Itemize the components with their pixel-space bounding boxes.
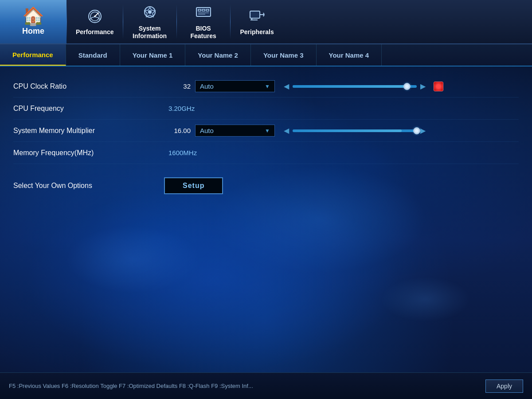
gauge-icon bbox=[86, 8, 104, 26]
nav-bios-label-1: BIOS bbox=[196, 25, 211, 32]
peripherals-icon bbox=[248, 8, 266, 26]
home-icon: 🏠 bbox=[22, 7, 44, 25]
slider-left-cpu[interactable]: ◀ bbox=[284, 82, 289, 90]
nav-item-performance[interactable]: Performance bbox=[67, 0, 123, 43]
svg-rect-6 bbox=[196, 8, 211, 16]
slider-left-mem[interactable]: ◀ bbox=[284, 126, 289, 135]
setup-label: Select Your Own Options bbox=[13, 182, 164, 190]
cpu-slider-fill bbox=[293, 85, 407, 88]
memory-slider[interactable] bbox=[293, 129, 417, 132]
settings-area: CPU Clock Ratio 32 Auto ▼ ◀ ▶ CPU Freque… bbox=[0, 66, 532, 203]
mem-slider-fill bbox=[293, 129, 402, 132]
cpu-clock-ratio-dropdown[interactable]: Auto ▼ bbox=[195, 80, 275, 92]
tab-standard[interactable]: Standard bbox=[66, 44, 120, 66]
cpu-clock-ratio-label: CPU Clock Ratio bbox=[13, 82, 164, 90]
nav-item-peripherals[interactable]: Peripherals bbox=[231, 0, 284, 43]
cpu-red-indicator bbox=[434, 82, 443, 91]
tab-your-name-3[interactable]: Your Name 3 bbox=[251, 44, 317, 66]
svg-point-5 bbox=[148, 10, 152, 14]
setting-row-memory-frequency: Memory Frequency(MHz) 1600MHz bbox=[13, 142, 519, 164]
tab-your-name-4[interactable]: Your Name 4 bbox=[317, 44, 382, 66]
svg-rect-12 bbox=[250, 11, 260, 18]
memory-slider-container: ◀ ▶ bbox=[284, 126, 426, 135]
cpu-clock-slider[interactable] bbox=[293, 85, 417, 88]
slider-right-cpu[interactable]: ▶ bbox=[420, 82, 426, 90]
nav-item-home[interactable]: 🏠 Home bbox=[0, 0, 66, 43]
apply-button[interactable]: Apply bbox=[485, 379, 523, 393]
setting-row-memory-multiplier: System Memory Multiplier 16.00 Auto ▼ ◀ … bbox=[13, 120, 519, 142]
memory-multiplier-value: 16.00 bbox=[164, 127, 191, 134]
nav-bios-label-2: Features bbox=[190, 32, 216, 40]
tab-your-name-1[interactable]: Your Name 1 bbox=[120, 44, 186, 66]
nav-item-system-information[interactable]: System Information bbox=[123, 0, 176, 43]
nav-peripherals-label: Peripherals bbox=[240, 28, 274, 36]
bios-icon bbox=[195, 4, 212, 22]
system-info-icon bbox=[141, 4, 159, 22]
sub-tabs: Performance Standard Your Name 1 Your Na… bbox=[0, 44, 532, 66]
dropdown-arrow-mem: ▼ bbox=[265, 128, 270, 134]
setup-button[interactable]: Setup bbox=[164, 177, 223, 194]
memory-multiplier-label: System Memory Multiplier bbox=[13, 127, 164, 135]
slider-right-mem[interactable]: ▶ bbox=[420, 126, 426, 135]
cpu-frequency-label: CPU Frequency bbox=[13, 105, 164, 113]
bottom-hint: F5 :Previous Values F6 :Resolution Toggl… bbox=[9, 383, 253, 389]
top-nav: 🏠 Home Performance bbox=[0, 0, 532, 44]
memory-frequency-label: Memory Frequency(MHz) bbox=[13, 149, 164, 157]
memory-frequency-value: 1600MHz bbox=[168, 149, 197, 156]
dropdown-arrow-cpu: ▼ bbox=[265, 83, 270, 90]
nav-home-label: Home bbox=[22, 27, 44, 36]
bottom-bar: F5 :Previous Values F6 :Resolution Toggl… bbox=[0, 372, 532, 399]
cpu-clock-slider-container: ◀ ▶ bbox=[284, 82, 443, 91]
mem-slider-thumb[interactable] bbox=[413, 127, 420, 134]
setting-row-cpu-clock-ratio: CPU Clock Ratio 32 Auto ▼ ◀ ▶ bbox=[13, 75, 519, 98]
cpu-frequency-value: 3.20GHz bbox=[168, 105, 195, 112]
cpu-clock-ratio-value: 32 bbox=[164, 82, 191, 90]
nav-system-label-1: System bbox=[139, 25, 161, 32]
cpu-slider-thumb[interactable] bbox=[403, 83, 411, 90]
tab-performance[interactable]: Performance bbox=[0, 44, 66, 66]
setup-row: Select Your Own Options Setup bbox=[13, 177, 519, 194]
nav-performance-label: Performance bbox=[76, 28, 114, 36]
nav-system-label-2: Information bbox=[133, 32, 167, 40]
memory-multiplier-dropdown[interactable]: Auto ▼ bbox=[195, 125, 275, 137]
nav-item-bios-features[interactable]: BIOS Features bbox=[177, 0, 230, 43]
tab-your-name-2[interactable]: Your Name 2 bbox=[185, 44, 251, 66]
setting-row-cpu-frequency: CPU Frequency 3.20GHz bbox=[13, 98, 519, 120]
